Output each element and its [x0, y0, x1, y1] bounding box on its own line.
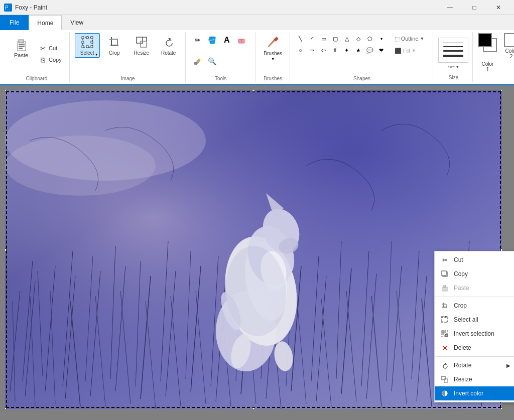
image-group: Select ▼ Crop [71, 32, 186, 82]
ctx-invert-color[interactable]: Invert color [435, 386, 514, 400]
ctx-crop[interactable]: Crop [435, 299, 514, 313]
cut-label: Cut [49, 45, 57, 51]
paste-button[interactable]: Paste [8, 33, 34, 61]
outline-button[interactable]: ⬚ Outline ▼ [390, 33, 429, 44]
fill-icon: ⬛ [395, 48, 402, 54]
shape-callout[interactable]: 💬 [364, 45, 375, 56]
brushes-dropdown-arrow: ▼ [271, 57, 275, 61]
ctx-crop-icon [441, 302, 449, 310]
ctx-paste[interactable]: Paste [435, 281, 514, 295]
clipboard-content: Paste ✂ Cut ⎘ Copy [8, 33, 65, 75]
fill-tool[interactable]: 🪣 [205, 33, 219, 47]
view-tab[interactable]: View [62, 15, 92, 30]
handle-ml[interactable] [5, 248, 7, 251]
ctx-cut-icon: ✂ [441, 256, 449, 264]
minimize-button[interactable]: — [439, 0, 462, 15]
shape-pentagon[interactable]: ⬠ [364, 33, 375, 44]
text-tool[interactable]: A [220, 33, 234, 47]
svg-point-28 [198, 59, 200, 61]
shape-more[interactable]: ▾ [376, 33, 387, 44]
outline-dropdown: ▼ [420, 36, 425, 41]
ctx-paste-label: Paste [454, 285, 510, 292]
context-menu: ✂ Cut Copy [434, 251, 514, 402]
shape-diamond[interactable]: ◇ [353, 33, 364, 44]
file-tab[interactable]: File [0, 15, 29, 30]
fill-dropdown: ▼ [412, 48, 416, 53]
pencil-tool[interactable]: ✏ [191, 33, 205, 47]
rotate-button[interactable]: Rotate ▼ [156, 33, 181, 58]
ctx-select-all[interactable]: Select all [435, 313, 514, 327]
shape-ellipse[interactable]: ○ [295, 45, 306, 56]
shape-arrow-left[interactable]: ⇦ [318, 45, 329, 56]
ctx-cut[interactable]: ✂ Cut [435, 253, 514, 267]
ctx-invert-color-icon [441, 389, 449, 397]
ctx-delete[interactable]: ✕ Delete [435, 341, 514, 355]
eraser-tool[interactable] [234, 33, 248, 47]
shapes-content: ╲ ◜ ▭ ▢ △ ◇ ⬠ ▾ ○ ⇒ ⇦ ⇧ ✦ ★ 💬 ❤ ⬚ Ou [295, 33, 429, 75]
ctx-copy[interactable]: Copy [435, 267, 514, 281]
size-group: Size ▼ Size [434, 32, 473, 82]
svg-rect-3 [19, 40, 24, 43]
handle-tr[interactable] [500, 90, 502, 92]
svg-rect-118 [444, 316, 446, 318]
svg-rect-14 [86, 46, 88, 48]
ctx-invert-selection[interactable]: Invert selection [435, 327, 514, 341]
ctx-select-all-label: Select all [454, 316, 510, 323]
brushes-group-label: Brushes [264, 75, 282, 81]
handle-bm[interactable] [252, 407, 255, 409]
copy-icon: ⎘ [39, 56, 47, 64]
brushes-icon [265, 34, 281, 50]
tools-group-label: Tools [215, 75, 226, 81]
close-button[interactable]: ✕ [487, 0, 510, 15]
shape-star5[interactable]: ★ [353, 45, 364, 56]
ctx-delete-icon: ✕ [441, 344, 449, 352]
ctx-rotate-label: Rotate [454, 362, 501, 369]
fill-button[interactable]: ⬛ Fill ▼ [390, 45, 429, 56]
shape-arrow-up[interactable]: ⇧ [330, 45, 341, 56]
size-icon [438, 38, 468, 63]
size-dropdown-button[interactable]: Size ▼ [448, 65, 459, 69]
shape-curve[interactable]: ◜ [307, 33, 318, 44]
resize-button[interactable]: Resize [129, 33, 154, 58]
svg-rect-21 [141, 41, 147, 47]
paste-icon [13, 36, 29, 52]
ctx-sep-1 [435, 297, 514, 297]
crop-button[interactable]: Crop [102, 33, 127, 58]
canvas-area[interactable]: ✂ Cut Copy [0, 85, 514, 420]
shapes-group: ╲ ◜ ▭ ▢ △ ◇ ⬠ ▾ ○ ⇒ ⇦ ⇧ ✦ ★ 💬 ❤ ⬚ Ou [291, 32, 434, 82]
brushes-button[interactable]: Brushes ▼ [261, 33, 286, 61]
svg-rect-5 [19, 46, 25, 47]
cut-button[interactable]: ✂ Cut [35, 43, 65, 54]
color-picker-tool[interactable] [191, 54, 205, 68]
svg-rect-10 [91, 37, 93, 39]
shape-triangle[interactable]: △ [341, 33, 352, 44]
copy-button[interactable]: ⎘ Copy [35, 54, 65, 65]
color1-selector: Color1 [478, 33, 497, 72]
shape-rect[interactable]: ▭ [318, 33, 329, 44]
resize-label: Resize [134, 50, 149, 56]
ctx-copy-label: Copy [454, 270, 510, 277]
shape-arrow-right[interactable]: ⇒ [307, 45, 318, 56]
image-group-content: Select ▼ Crop [75, 33, 181, 75]
ctx-rotate[interactable]: Rotate ▶ [435, 358, 514, 372]
shape-roundrect[interactable]: ▢ [330, 33, 341, 44]
size-controls: Size ▼ [438, 34, 468, 72]
select-button[interactable]: Select ▼ [75, 33, 100, 58]
color1-box[interactable] [478, 33, 492, 47]
shapes-controls: ⬚ Outline ▼ ⬛ Fill ▼ [390, 33, 429, 56]
handle-tm[interactable] [252, 90, 255, 92]
shape-line[interactable]: ╲ [295, 33, 306, 44]
zoom-tool[interactable]: 🔍 [205, 54, 219, 68]
maximize-button[interactable]: □ [463, 0, 486, 15]
color2-large-box[interactable] [504, 33, 514, 47]
home-tab[interactable]: Home [29, 15, 62, 30]
handle-bl[interactable] [5, 407, 7, 409]
outline-label: Outline [401, 36, 419, 42]
ctx-delete-label: Delete [454, 344, 510, 351]
handle-tl[interactable] [5, 90, 7, 92]
ctx-resize[interactable]: Resize [435, 372, 514, 386]
shape-heart[interactable]: ❤ [376, 45, 387, 56]
canvas-container: ✂ Cut Copy [5, 90, 502, 409]
handle-br[interactable] [500, 407, 502, 409]
shape-star4[interactable]: ✦ [341, 45, 352, 56]
